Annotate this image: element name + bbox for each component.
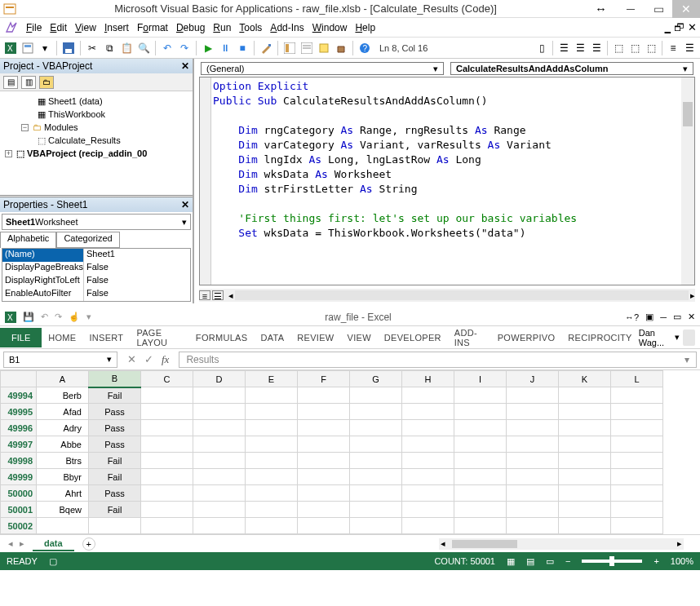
cell[interactable]: Btrs [37,453,89,469]
zoom-in-icon[interactable]: + [653,556,658,566]
undo-icon[interactable]: ↶ [160,41,175,55]
menu-debug[interactable]: Debug [176,22,205,33]
prop-row[interactable]: (Name)Sheet1 [2,249,190,262]
cell[interactable] [402,485,454,502]
cell[interactable] [350,387,402,404]
cell[interactable] [507,436,559,453]
cell[interactable] [141,453,193,469]
cell[interactable] [559,485,611,502]
extra-tb-3[interactable]: ☰ [573,41,587,55]
cell[interactable] [193,404,246,420]
cell[interactable] [559,453,611,469]
ribbon-formulas[interactable]: FORMULAS [189,333,255,343]
col-header[interactable]: H [402,371,454,387]
col-header[interactable]: C [141,371,193,387]
toolbox-icon[interactable] [334,41,348,55]
cell[interactable] [298,420,350,436]
cell[interactable] [193,502,246,518]
mdi-close-icon[interactable]: ✕ [688,21,697,33]
extra-tb-9[interactable]: ☰ [682,41,697,55]
mdi-restore-icon[interactable]: 🗗 [674,21,684,33]
prop-tab-categorized[interactable]: Categorized [56,232,119,248]
view-excel-icon[interactable]: X [3,41,18,55]
extra-tb-1[interactable]: ▯ [534,41,549,55]
tree-modules-folder[interactable]: −🗀Modules [21,121,191,134]
cell[interactable] [141,404,193,420]
cell[interactable] [454,436,507,453]
cell[interactable] [402,453,454,469]
cell[interactable]: Fail [89,453,141,469]
row-header[interactable]: 50001 [1,502,37,518]
cell[interactable] [193,387,246,404]
project-close-icon[interactable]: ✕ [181,60,189,72]
cell[interactable] [559,436,611,453]
menu-help[interactable]: Help [355,22,375,33]
cell[interactable]: Abbe [37,436,89,453]
col-header[interactable]: B [89,371,141,387]
cell[interactable] [402,502,454,518]
col-header[interactable]: F [298,371,350,387]
cell[interactable] [141,485,193,502]
cell[interactable] [246,485,298,502]
code-editor[interactable]: Option Explicit Public Sub CalculateResu… [199,77,695,285]
row-header[interactable]: 50000 [1,485,37,502]
cell[interactable] [193,453,246,469]
cell[interactable] [402,436,454,453]
find-icon[interactable]: 🔍 [136,41,151,55]
ex-close-icon[interactable]: ✕ [688,312,695,322]
extra-tb-6[interactable]: ⬚ [627,41,642,55]
close-btn[interactable]: ✕ [672,0,700,18]
cell[interactable]: Bbyr [37,469,89,485]
cell[interactable] [298,453,350,469]
cell[interactable]: Fail [89,469,141,485]
cell[interactable] [507,502,559,518]
extra-tb-2[interactable]: ☰ [556,41,571,55]
zoom-level[interactable]: 100% [671,556,693,566]
ribbon-view[interactable]: VIEW [341,333,378,343]
menu-format[interactable]: Format [137,22,168,33]
cell[interactable] [507,404,559,420]
cell[interactable]: Pass [89,420,141,436]
expand-formula-icon[interactable]: ▾ [684,354,689,365]
row-header[interactable]: 49998 [1,453,37,469]
cell[interactable] [454,502,507,518]
cell[interactable]: Afad [37,404,89,420]
cell[interactable]: Ahrt [37,485,89,502]
extra-tb-8[interactable]: ≡ [666,41,680,55]
code-proc-combo[interactable]: CalculateResultsAndAddAsColumn▾ [450,62,693,75]
cell[interactable]: Fail [89,502,141,518]
ribbon-insert[interactable]: INSERT [82,333,130,343]
sheet-hscroll[interactable]: ◂▸ [439,538,684,550]
extra-tb-5[interactable]: ⬚ [611,41,626,55]
menu-window[interactable]: Window [312,22,348,33]
col-header[interactable]: A [37,371,89,387]
cell[interactable] [141,469,193,485]
properties-close-icon[interactable]: ✕ [181,199,189,210]
fx-icon[interactable]: fx [162,353,169,366]
cell[interactable] [350,436,402,453]
cell[interactable] [246,436,298,453]
mdi-minimize-icon[interactable]: ‗ [665,21,671,33]
col-header[interactable]: L [611,371,663,387]
user-name[interactable]: Dan Wag... [639,328,671,347]
ribbon-reciprocity[interactable]: RECIPROCITY [561,333,638,343]
cell[interactable] [298,387,350,404]
view-normal-icon[interactable]: ▦ [507,556,515,567]
cell[interactable] [559,469,611,485]
new-sheet-icon[interactable]: + [82,537,95,551]
cell[interactable] [559,420,611,436]
cell[interactable] [298,485,350,502]
accept-formula-icon[interactable]: ✓ [144,353,153,365]
cell[interactable] [454,453,507,469]
cell[interactable] [507,469,559,485]
cell[interactable] [246,502,298,518]
name-box[interactable]: B1▾ [3,352,117,368]
project-tree[interactable]: ▦Sheet1 (data) ▦ThisWorkbook −🗀Modules ⬚… [0,91,193,195]
tree-vbaproject-root[interactable]: +⬚VBAProject (recip_addin_00 [5,147,191,160]
col-header[interactable]: G [350,371,402,387]
excel-grid[interactable]: ABCDEFGHIJKL49994BerbFail49995AfadPass49… [0,370,700,534]
code-vscroll[interactable] [681,77,694,285]
cell[interactable] [402,387,454,404]
menu-addins[interactable]: Add-Ins [270,22,303,33]
cell[interactable] [350,420,402,436]
